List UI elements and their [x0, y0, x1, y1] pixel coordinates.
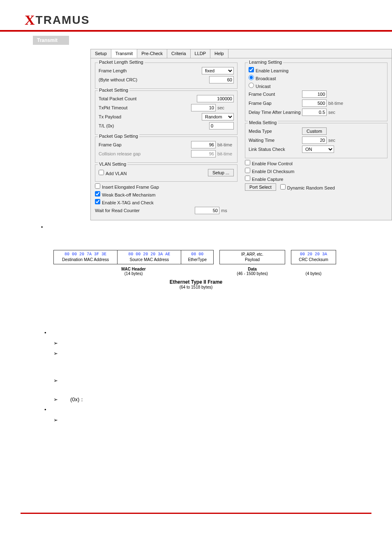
settings-window: Setup Transmit Pre-Check Criteria LLDP H…: [90, 49, 392, 220]
sub-frame-gap: Frame Gap: Also known as Inter-frame gap…: [53, 416, 355, 459]
src-mac-hex: 80 00 20 20 3A AE: [121, 252, 178, 257]
enable-learning-checkbox[interactable]: [249, 67, 254, 72]
wait-read-label: Wait for Read Counter: [95, 208, 195, 213]
sub-tl: T/L (0x)：Set the value of Type/Length fi…: [53, 395, 355, 404]
logo: XTRAMUS: [25, 12, 367, 28]
txpkt-timeout-input[interactable]: [191, 104, 216, 111]
collision-input: [191, 150, 216, 157]
collision-label: Collision release gap: [99, 151, 191, 156]
packet-length-setting-group: Packet Length Setting Frame Length fixed…: [95, 62, 238, 89]
bullet-packet-setting: Packet Setting: [44, 329, 355, 338]
section-tag: Transmit: [33, 36, 69, 45]
unicast-radio-label[interactable]: Unicast: [249, 83, 271, 89]
learning-sec-unit: sec: [328, 110, 345, 115]
vlan-setting-group: VLAN Setting Add VLAN Setup ...: [95, 164, 238, 182]
dest-mac-hex: 80 00 20 7A 3F 3E: [57, 252, 114, 257]
enable-flow-checkbox[interactable]: [245, 160, 250, 165]
insert-elongated-checkbox-label[interactable]: Insert Elongated Frame Gap: [95, 183, 159, 190]
left-column: Packet Length Setting Frame Length fixed…: [95, 61, 238, 216]
etype-label: EtherType: [184, 257, 210, 263]
mac-header-bytes: (14 bytes): [125, 271, 143, 276]
tx-payload-select[interactable]: Random: [202, 113, 234, 120]
tab-lldp[interactable]: LLDP: [191, 49, 211, 58]
logo-rest: TRAMUS: [36, 14, 90, 26]
frame-gap-input[interactable]: [191, 141, 216, 148]
tab-criteria[interactable]: Criteria: [167, 49, 190, 58]
pls-title: Packet Length Setting: [98, 60, 145, 65]
learning-frame-count-input[interactable]: [302, 90, 327, 98]
link-status-label: Link Status Check: [249, 147, 302, 152]
learning-frame-gap-label: Frame Gap: [249, 101, 302, 106]
dyn-random-checkbox-label[interactable]: Dynamic Random Seed: [280, 184, 335, 190]
media-type-label: Media Type: [249, 129, 302, 134]
learning-delay-input[interactable]: [302, 109, 327, 116]
data-label: Data: [248, 267, 257, 271]
byte-wo-crc-label: (Byte without CRC): [99, 77, 209, 82]
right-column: Learning Setting Enable Learning Broadca…: [245, 61, 387, 216]
tx-payload-label: Tx Payload: [99, 114, 202, 119]
broadcast-radio-label[interactable]: Broadcast: [249, 75, 276, 81]
add-vlan-checkbox-label[interactable]: Add VLAN: [99, 170, 127, 176]
tab-setup[interactable]: Setup: [91, 49, 111, 58]
ethernet-frame-diagram: 80 00 20 7A 3F 3E Destination MAC Addres…: [53, 250, 339, 289]
enable-capture-checkbox[interactable]: [245, 176, 250, 181]
ps-title: Packet Setting: [98, 88, 129, 92]
media-custom-button[interactable]: Custom: [302, 127, 327, 135]
enable-xtag-checkbox-label[interactable]: Enable X-TAG and Check: [95, 199, 154, 205]
mac-header-label: MAC Header: [121, 267, 145, 271]
frame-length-select[interactable]: fixed: [202, 67, 234, 74]
page-header: XTRAMUS: [0, 0, 392, 32]
unicast-radio[interactable]: [249, 83, 254, 88]
learning-frame-gap-input[interactable]: [302, 99, 327, 107]
dyn-random-checkbox[interactable]: [280, 184, 286, 190]
insert-elongated-checkbox[interactable]: [95, 183, 100, 189]
bullet-packet-length: Packet Length Setting: Packet length (Fr…: [41, 224, 392, 242]
waiting-time-label: Waiting Time: [249, 138, 302, 143]
tab-transmit[interactable]: Transmit: [111, 49, 137, 58]
tab-help[interactable]: Help: [210, 49, 228, 58]
add-vlan-checkbox[interactable]: [99, 170, 104, 175]
crc-bytes: (4 bytes): [306, 271, 322, 276]
enable-learning-checkbox-label[interactable]: Enable Learning: [249, 67, 288, 73]
tl-input[interactable]: [209, 122, 234, 130]
sub-txpkt-timeout: TxPkt Timeout: If the transmitting time …: [53, 349, 355, 375]
vlan-setup-button[interactable]: Setup ...: [208, 169, 234, 176]
weak-backoff-checkbox-label[interactable]: Weak Back-off Mechanism: [95, 191, 155, 197]
src-mac-label: Source MAC Address: [121, 257, 178, 263]
waiting-time-input[interactable]: [302, 136, 327, 144]
txpkt-timeout-label: TxPkt Timeout: [99, 105, 191, 110]
bullet-packet-gap: Packet Gap Setting: [44, 406, 355, 414]
frame-caption: Ethernet Type II Frame (64 to 1518 bytes…: [53, 279, 339, 289]
packet-gap-setting-group: Packet Gap Setting Frame Gap bit-time Co…: [95, 136, 238, 163]
vlan-title: VLAN Setting: [98, 162, 127, 166]
data-bytes: (46 - 1500 bytes): [237, 271, 268, 276]
etype-hex: 08 00: [184, 252, 210, 257]
media-sec-unit: sec: [328, 138, 345, 143]
crc-label: CRC Checksum: [295, 257, 332, 263]
enable-flow-checkbox-label[interactable]: Enable Flow Control: [245, 160, 293, 166]
weak-backoff-checkbox[interactable]: [95, 191, 100, 197]
enable-di-checkbox-label[interactable]: Enable DI Checksum: [245, 168, 294, 174]
media-setting-group: Media Setting Media Type Custom Waiting …: [245, 123, 387, 158]
dest-mac-label: Destination MAC Address: [57, 257, 114, 263]
wait-read-input[interactable]: [195, 207, 219, 214]
crc-hex: 00 20 20 3A: [295, 252, 332, 257]
bit-time-unit: bit-time: [217, 142, 234, 147]
bit-time-unit-2: bit-time: [217, 151, 234, 156]
page-number: 47: [21, 517, 371, 522]
enable-di-checkbox[interactable]: [245, 168, 250, 173]
port-select-button[interactable]: Port Select: [245, 183, 276, 191]
media-title: Media Setting: [248, 120, 278, 125]
byte-wo-crc-input[interactable]: [209, 76, 234, 83]
sec-unit: sec: [217, 105, 234, 110]
payload-label: Payload: [223, 257, 281, 263]
sub-tx-payload: Tx Payload: The pattern of payload that …: [53, 377, 355, 394]
broadcast-radio[interactable]: [249, 75, 254, 80]
learning-frame-count-label: Frame Count: [249, 92, 302, 97]
sub-total-packet-count: Total Packet Count: Numbers of packet th…: [53, 339, 355, 348]
total-packet-count-input[interactable]: [197, 95, 234, 102]
tab-precheck[interactable]: Pre-Check: [137, 49, 167, 58]
link-status-select[interactable]: ON: [302, 146, 334, 153]
enable-xtag-checkbox[interactable]: [95, 199, 100, 204]
enable-capture-checkbox-label[interactable]: Enable Capture: [245, 176, 283, 182]
